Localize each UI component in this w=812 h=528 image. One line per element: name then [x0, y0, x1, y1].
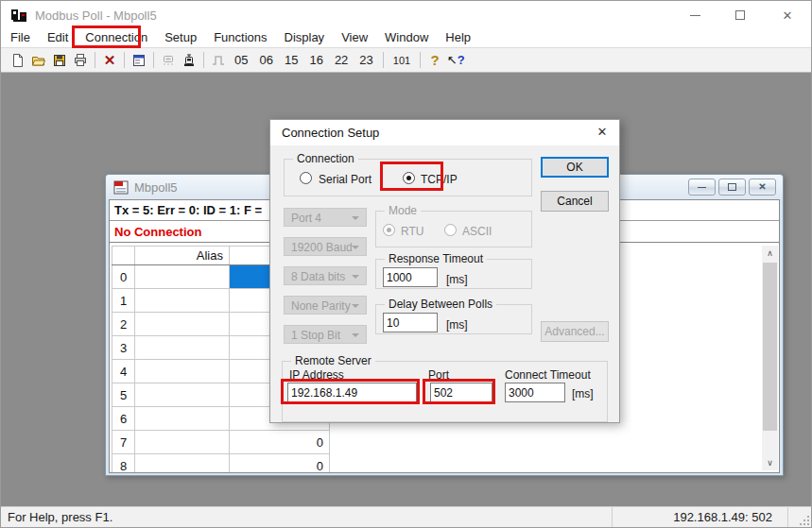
alias-cell[interactable]: [135, 383, 230, 407]
scrollbar-thumb[interactable]: [763, 263, 777, 431]
maximize-button[interactable]: [725, 1, 755, 29]
annotation-box-tcpip-radio: [380, 162, 443, 191]
function-06-button[interactable]: 06: [253, 53, 278, 67]
delay-between-polls-label: Delay Between Polls: [385, 298, 496, 311]
row-number: 0: [112, 265, 135, 289]
dialog-close-icon[interactable]: ✕: [592, 125, 613, 142]
delay-unit: [ms]: [446, 318, 468, 332]
row-number: 4: [112, 360, 135, 383]
menu-functions[interactable]: Functions: [205, 28, 275, 47]
vertical-scrollbar[interactable]: ∧ ∨: [762, 246, 778, 470]
save-floppy-icon: [52, 53, 67, 68]
ok-button[interactable]: OK: [541, 157, 609, 178]
function-16-button[interactable]: 16: [303, 53, 328, 67]
open-folder-icon: [31, 53, 46, 68]
row-number: 1: [112, 289, 135, 313]
status-connection-info: 192.168.1.49: 502: [612, 507, 788, 528]
toolbar-separator: [420, 52, 421, 68]
row-number: 5: [112, 383, 135, 407]
response-timeout-label: Response Timeout: [385, 252, 487, 265]
new-file-button[interactable]: [8, 50, 28, 71]
mdi-minimize-button[interactable]: [688, 179, 716, 196]
menu-file[interactable]: File: [2, 28, 39, 47]
toolbar-separator: [153, 52, 154, 68]
status-bar: For Help, press F1. 192.168.1.49: 502: [1, 506, 811, 527]
toolbar-separator: [95, 52, 95, 68]
grid-row-7: 70: [112, 431, 330, 454]
new-document-icon: [10, 53, 26, 68]
communication-traffic-button[interactable]: [158, 50, 179, 71]
device-icon: [181, 53, 197, 68]
serial-port-combo: Port 4: [284, 208, 367, 227]
value-cell[interactable]: 0: [230, 431, 330, 454]
mode-group-label: Mode: [385, 204, 421, 217]
mdi-close-button[interactable]: ✕: [749, 179, 776, 196]
minimize-button[interactable]: [680, 1, 710, 29]
poll-toggle-button[interactable]: [208, 50, 229, 71]
annotation-box-connection-menu: [72, 26, 141, 48]
question-icon: ?: [458, 53, 465, 67]
menu-window[interactable]: Window: [376, 28, 437, 47]
close-button[interactable]: ✕: [772, 1, 803, 29]
alias-cell[interactable]: [135, 289, 230, 313]
menu-view[interactable]: View: [333, 28, 376, 47]
setup-window-button[interactable]: [129, 50, 149, 71]
print-button[interactable]: [70, 50, 91, 71]
open-file-button[interactable]: [28, 50, 49, 71]
alias-cell[interactable]: [135, 313, 230, 336]
response-timeout-unit: [ms]: [446, 273, 468, 286]
annotation-box-ip-address: [281, 379, 420, 404]
connection-group-label: Connection: [293, 152, 358, 165]
scroll-up-arrow-icon[interactable]: ∧: [762, 246, 778, 261]
cancel-button[interactable]: Cancel: [541, 191, 609, 212]
alias-column-header[interactable]: Alias: [135, 247, 230, 265]
function-15-button[interactable]: 15: [279, 53, 303, 67]
menu-help[interactable]: Help: [437, 28, 479, 47]
alias-cell[interactable]: [135, 407, 230, 431]
menu-display[interactable]: Display: [276, 28, 334, 47]
disconnect-button[interactable]: ✕: [99, 50, 120, 71]
serial-port-label: Serial Port: [319, 173, 371, 186]
toolbar-separator: [383, 52, 384, 68]
communication-icon-disabled: [161, 53, 176, 68]
toolbar-separator: [124, 52, 125, 68]
context-help-button[interactable]: ↖?: [445, 50, 466, 71]
test-center-button[interactable]: 101: [388, 55, 416, 66]
connect-timeout-input[interactable]: [505, 383, 565, 402]
serial-port-radio[interactable]: [300, 172, 312, 184]
rtu-radio: [383, 224, 395, 236]
connect-timeout-unit: [ms]: [572, 387, 594, 400]
annotation-box-port: [423, 379, 495, 404]
function-05-button[interactable]: 05: [229, 53, 253, 67]
about-help-button[interactable]: ?: [424, 50, 445, 71]
response-timeout-input[interactable]: [383, 267, 438, 287]
row-number: 3: [112, 336, 135, 360]
window-icon: [131, 53, 147, 68]
resize-grip[interactable]: [800, 516, 809, 525]
document-icon: [113, 180, 129, 195]
row-number: 6: [112, 407, 135, 431]
row-number: 2: [112, 313, 135, 336]
delay-between-polls-input[interactable]: [383, 313, 438, 332]
rtu-label: RTU: [401, 225, 423, 238]
mode-group: Mode RTU ASCII: [375, 211, 532, 247]
alias-cell[interactable]: [135, 454, 230, 473]
dialog-title-bar[interactable]: Connection Setup ✕: [270, 120, 619, 145]
menu-setup[interactable]: Setup: [156, 28, 205, 47]
alias-cell[interactable]: [135, 336, 230, 360]
value-cell[interactable]: 0: [230, 454, 330, 473]
advanced-button: Advanced...: [541, 321, 609, 342]
row-header-corner: [112, 247, 135, 265]
save-button[interactable]: [49, 50, 70, 71]
mdi-restore-button[interactable]: [718, 179, 746, 196]
alias-cell[interactable]: [135, 265, 230, 289]
parity-combo: None Parity: [284, 296, 367, 315]
row-number: 8: [112, 454, 135, 473]
test-device-button[interactable]: [179, 50, 199, 71]
row-number: 7: [112, 431, 135, 454]
function-23-button[interactable]: 23: [354, 53, 378, 67]
alias-cell[interactable]: [135, 431, 230, 454]
function-22-button[interactable]: 22: [329, 53, 354, 67]
scroll-down-arrow-icon[interactable]: ∨: [762, 455, 778, 470]
alias-cell[interactable]: [135, 360, 230, 383]
